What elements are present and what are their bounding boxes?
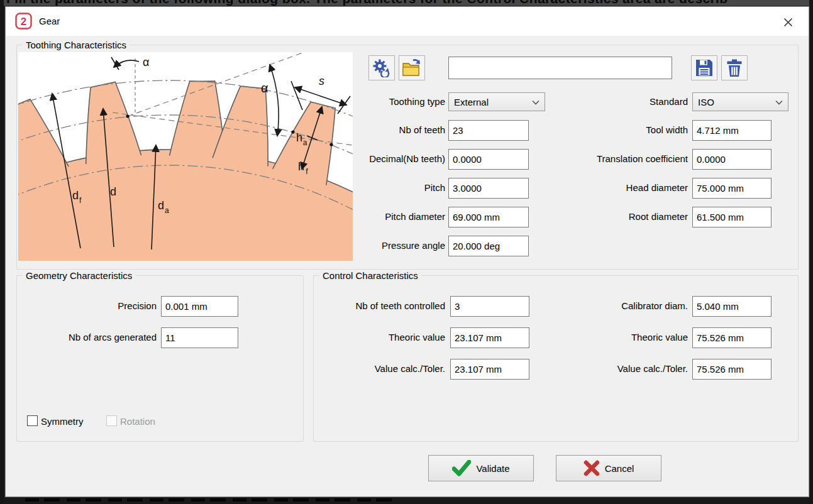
folder-icon — [402, 58, 422, 77]
gear-dialog: 2 Gear Toothing Characteristics — [5, 6, 809, 497]
svg-text:h: h — [296, 131, 302, 144]
cancel-label: Cancel — [605, 463, 634, 474]
tool-width-input[interactable] — [692, 120, 772, 141]
translation-coefficient-input[interactable] — [692, 149, 772, 170]
chevron-down-icon — [532, 100, 539, 105]
window-title: Gear — [39, 16, 60, 26]
open-button[interactable] — [399, 55, 425, 80]
standard-label: Standard — [650, 96, 688, 107]
delete-button[interactable] — [721, 55, 748, 80]
translation-coefficient-label: Translation coefficient — [597, 153, 688, 164]
gear-name-input[interactable] — [448, 57, 672, 79]
close-button[interactable] — [778, 14, 797, 30]
background-text-bottom — [4, 498, 809, 504]
pitch-input[interactable] — [448, 178, 529, 199]
theoric-value-left-input[interactable] — [450, 327, 529, 348]
checkmark-icon — [452, 460, 471, 476]
calibrator-diam-input[interactable] — [692, 296, 772, 317]
svg-text:d: d — [158, 199, 164, 212]
theoric-value-right-label: Theoric value — [631, 332, 688, 342]
svg-text:a: a — [303, 138, 307, 147]
titlebar: 2 Gear — [6, 7, 809, 36]
trash-icon — [725, 58, 744, 77]
pitch-diameter-label: Pitch diameter — [385, 211, 445, 222]
save-button[interactable] — [691, 55, 717, 80]
save-icon — [695, 58, 714, 77]
pitch-label: Pitch — [424, 182, 445, 193]
pitch-diameter-input[interactable] — [448, 207, 529, 227]
background-sentence: Fill the parameters of the following dia… — [6, 0, 728, 5]
precision-label: Precision — [118, 300, 157, 311]
rotation-label: Rotation — [120, 416, 155, 427]
screen: Fill the parameters of the following dia… — [0, 0, 813, 504]
toothing-type-label: Toothing type — [389, 96, 445, 107]
svg-text:d: d — [72, 189, 79, 202]
nb-teeth-controlled-input[interactable] — [450, 296, 529, 317]
gear-refresh-icon — [372, 58, 391, 77]
nb-of-arcs-label: Nb of arcs generated — [69, 332, 157, 342]
theoric-value-right-input[interactable] — [692, 327, 772, 348]
head-diameter-input[interactable] — [692, 178, 772, 199]
cancel-button[interactable]: Cancel — [556, 455, 661, 481]
root-diameter-input[interactable] — [692, 207, 772, 227]
svg-text:h: h — [298, 160, 304, 173]
chevron-down-icon — [775, 100, 783, 105]
toothing-legend: Toothing Characteristics — [23, 40, 130, 50]
nb-of-teeth-input[interactable] — [448, 120, 529, 141]
pressure-angle-input[interactable] — [448, 236, 529, 256]
close-icon — [783, 18, 793, 27]
value-calc-toler-right-input[interactable] — [692, 359, 772, 380]
value-calc-toler-right-label: Value calc./Toler. — [617, 363, 688, 374]
value-calc-toler-left-label: Value calc./Toler. — [375, 363, 445, 374]
app-icon: 2 — [15, 13, 32, 30]
validate-label: Validate — [476, 463, 509, 474]
value-calc-toler-left-input[interactable] — [450, 359, 529, 380]
calibrator-diam-label: Calibrator diam. — [621, 300, 688, 311]
validate-button[interactable]: Validate — [428, 455, 534, 481]
toothing-type-select[interactable]: External — [448, 92, 545, 111]
toothing-type-value: External — [454, 97, 489, 107]
compute-button[interactable] — [368, 55, 395, 80]
root-diameter-label: Root diameter — [629, 211, 688, 222]
tool-width-label: Tool width — [646, 124, 688, 135]
standard-select[interactable]: ISO — [692, 92, 788, 111]
symmetry-checkbox[interactable] — [27, 415, 38, 426]
svg-text:α: α — [261, 81, 268, 95]
x-icon — [583, 460, 600, 476]
decimal-nb-teeth-label: Decimal(Nb teeth) — [369, 153, 445, 164]
head-diameter-label: Head diameter — [626, 182, 688, 193]
nb-teeth-controlled-label: Nb of teeth controlled — [355, 300, 445, 311]
svg-text:a: a — [165, 206, 169, 215]
svg-text:α: α — [143, 56, 149, 68]
rotation-checkbox — [106, 415, 117, 426]
svg-text:s: s — [319, 75, 324, 87]
nb-of-arcs-input[interactable] — [161, 327, 238, 348]
control-legend: Control Characteristics — [319, 270, 421, 281]
svg-text:d: d — [110, 185, 116, 198]
pressure-angle-label: Pressure angle — [382, 240, 445, 251]
background-text-top: Fill the parameters of the following dia… — [4, 0, 809, 6]
decimal-nb-teeth-input[interactable] — [448, 149, 529, 170]
svg-text:2: 2 — [21, 16, 26, 28]
nb-of-teeth-label: Nb of teeth — [399, 124, 445, 135]
symmetry-label: Symmetry — [41, 416, 84, 427]
standard-value: ISO — [698, 97, 714, 107]
theoric-value-left-label: Theoric value — [389, 332, 445, 342]
gear-diagram: α α s h a h f d f d d a — [18, 52, 353, 261]
precision-input[interactable] — [161, 296, 238, 317]
geometry-legend: Geometry Characteristics — [23, 270, 135, 281]
